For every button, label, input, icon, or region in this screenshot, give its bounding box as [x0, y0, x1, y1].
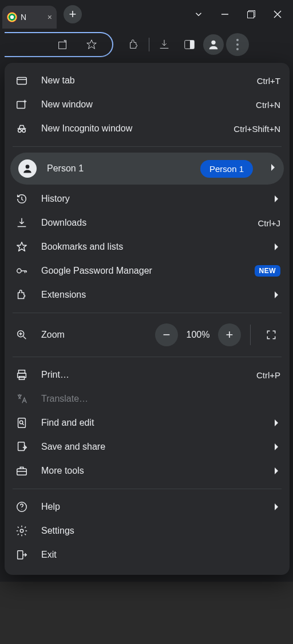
tab-icon	[15, 74, 28, 87]
menu-downloads[interactable]: Downloads Ctrl+J	[5, 211, 290, 235]
print-icon	[15, 369, 28, 381]
titlebar: N × +	[0, 0, 293, 29]
svg-rect-13	[19, 370, 25, 374]
menu-help[interactable]: Help	[5, 495, 290, 519]
menu-save-share[interactable]: Save and share	[5, 435, 290, 459]
maximize-icon	[247, 10, 255, 18]
new-tab-button[interactable]: +	[64, 5, 82, 23]
menu-new-window[interactable]: New window Ctrl+N	[5, 93, 290, 117]
svg-point-9	[22, 129, 25, 133]
menu-history[interactable]: History	[5, 187, 290, 211]
toolbar-divider	[149, 38, 149, 51]
menu-label: New tab	[41, 75, 244, 86]
menu-label: History	[41, 194, 255, 204]
svg-rect-4	[190, 41, 194, 49]
menu-profile[interactable]: Person 1 Person 1	[10, 153, 284, 185]
menu-more-tools[interactable]: More tools	[5, 459, 290, 483]
minimize-button[interactable]	[212, 3, 238, 26]
submenu-icon	[272, 419, 280, 427]
menu-shortcut: Ctrl+T	[257, 76, 280, 86]
puzzle-icon	[15, 289, 28, 301]
tab-title: N	[21, 13, 44, 22]
menu-zoom: Zoom − 100% +	[5, 319, 290, 351]
menu-exit[interactable]: Exit	[5, 543, 290, 567]
menu-bookmarks[interactable]: Bookmarks and lists	[5, 235, 290, 259]
profile-button[interactable]	[203, 34, 224, 55]
side-panel-button[interactable]	[178, 33, 201, 56]
menu-label: Print…	[41, 370, 244, 380]
downloads-button[interactable]	[153, 33, 176, 56]
svg-rect-22	[18, 551, 23, 559]
share-icon	[57, 38, 69, 51]
zoom-in-button[interactable]: +	[218, 323, 241, 346]
omnibox[interactable]	[5, 32, 113, 57]
submenu-icon	[272, 503, 280, 511]
svg-point-10	[26, 165, 30, 169]
svg-rect-16	[18, 418, 26, 428]
avatar-icon	[18, 159, 37, 178]
puzzle-icon	[128, 38, 140, 51]
menu-password-manager[interactable]: Google Password Manager NEW	[5, 259, 290, 283]
incognito-icon	[15, 122, 28, 135]
chrome-menu: New tab Ctrl+T New window Ctrl+N New Inc…	[5, 63, 290, 575]
menu-shortcut: Ctrl+N	[256, 100, 280, 110]
menu-incognito[interactable]: New Incognito window Ctrl+Shift+N	[5, 117, 290, 141]
svg-point-5	[211, 41, 215, 45]
svg-rect-18	[18, 442, 25, 451]
download-icon	[15, 217, 28, 229]
zoom-divider	[250, 325, 251, 345]
maximize-button[interactable]	[238, 3, 264, 26]
svg-point-21	[20, 529, 23, 533]
menu-label: Exit	[41, 550, 280, 560]
menu-find[interactable]: Find and edit	[5, 411, 290, 435]
menu-label: Settings	[41, 526, 280, 536]
svg-rect-1	[248, 12, 254, 18]
menu-print[interactable]: Print… Ctrl+P	[5, 363, 290, 387]
close-tab-icon[interactable]: ×	[47, 13, 52, 22]
new-badge: NEW	[255, 265, 281, 277]
chrome-menu-button[interactable]	[226, 33, 249, 56]
svg-point-8	[18, 129, 21, 133]
menu-new-tab[interactable]: New tab Ctrl+T	[5, 69, 290, 93]
svg-rect-2	[59, 42, 66, 49]
translate-icon	[15, 393, 28, 405]
zoom-out-button[interactable]: −	[155, 323, 178, 346]
menu-label: Downloads	[41, 218, 245, 228]
exit-icon	[15, 549, 28, 561]
browser-tab[interactable]: N ×	[2, 6, 57, 29]
fullscreen-button[interactable]	[260, 323, 283, 346]
new-window-icon	[15, 98, 28, 111]
menu-separator	[13, 146, 282, 147]
star-icon	[85, 38, 98, 51]
more-vert-icon	[236, 39, 239, 50]
menu-label: Extensions	[41, 290, 255, 300]
minus-icon: −	[163, 327, 171, 342]
avatar-icon	[207, 38, 220, 51]
save-share-icon	[15, 441, 28, 453]
close-window-button[interactable]	[264, 3, 291, 26]
key-icon	[15, 265, 28, 277]
share-button[interactable]	[52, 33, 74, 56]
menu-label: New window	[41, 99, 243, 110]
zoom-icon	[15, 329, 28, 341]
toolbox-icon	[15, 465, 28, 477]
help-icon	[15, 501, 28, 513]
menu-extensions[interactable]: Extensions	[5, 283, 290, 307]
submenu-icon	[272, 291, 280, 299]
close-icon	[274, 10, 282, 18]
menu-shortcut: Ctrl+J	[258, 218, 280, 228]
star-icon	[15, 241, 28, 253]
tab-search-button[interactable]	[185, 3, 212, 26]
plus-icon: +	[69, 7, 77, 22]
find-icon	[15, 417, 28, 429]
toolbar	[0, 29, 293, 61]
menu-separator	[13, 313, 282, 313]
bookmark-button[interactable]	[80, 33, 103, 56]
menu-label: Find and edit	[41, 418, 255, 428]
menu-label: Bookmarks and lists	[41, 242, 255, 252]
menu-settings[interactable]: Settings	[5, 519, 290, 543]
submenu-icon	[270, 163, 276, 174]
submenu-icon	[272, 195, 280, 203]
extensions-button[interactable]	[122, 33, 145, 56]
menu-translate: Translate…	[5, 387, 290, 411]
